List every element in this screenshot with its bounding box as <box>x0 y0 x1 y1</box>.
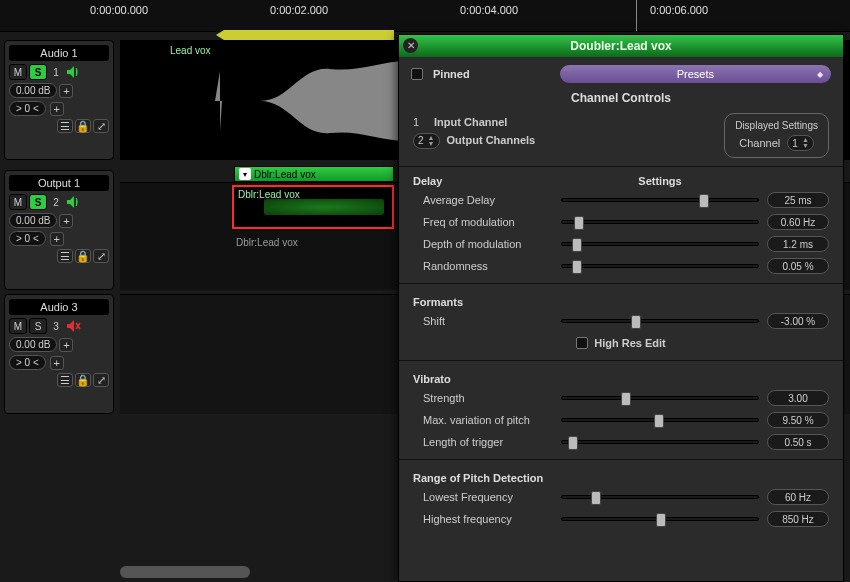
add-button-2[interactable]: + <box>50 232 64 246</box>
add-button[interactable]: + <box>59 214 73 228</box>
close-icon[interactable]: ✕ <box>403 38 418 53</box>
lock-icon[interactable]: 🔒 <box>75 119 91 133</box>
pan-value[interactable]: > 0 < <box>9 101 46 116</box>
track-header-audio3: Audio 3 M S 3 0.00 dB + > 0 < + ☰ 🔒 ⤢ <box>4 294 114 414</box>
channel-number: 3 <box>49 321 63 332</box>
delay-title: Delay <box>413 175 553 187</box>
automation-icon[interactable]: ☰ <box>57 373 73 387</box>
tick-0: 0:00:00.000 <box>90 4 148 16</box>
panel-header[interactable]: ✕ Doubler:Lead vox <box>399 35 843 57</box>
output-channels-stepper[interactable]: 2 ▲▼ <box>413 133 440 149</box>
add-button[interactable]: + <box>59 338 73 352</box>
vibrato-value-2[interactable]: 0.50 s <box>767 434 829 450</box>
vibrato-value-1[interactable]: 9.50 % <box>767 412 829 428</box>
delay-thumb-2[interactable] <box>572 238 582 252</box>
output-channels-label: Output Channels <box>447 134 536 146</box>
delay-value-0[interactable]: 25 ms <box>767 192 829 208</box>
lock-icon[interactable]: 🔒 <box>75 249 91 263</box>
speaker-icon[interactable] <box>65 194 81 210</box>
timeline-ruler[interactable]: 0:00:00.000 0:00:02.000 0:00:04.000 0:00… <box>0 0 850 32</box>
pan-value[interactable]: > 0 < <box>9 355 46 370</box>
output-channels-value: 2 <box>418 132 424 150</box>
vibrato-label-0: Strength <box>413 392 553 404</box>
delay-value-2[interactable]: 1.2 ms <box>767 236 829 252</box>
solo-button[interactable]: S <box>29 318 47 334</box>
vibrato-slider-0[interactable] <box>561 396 759 400</box>
highres-checkbox[interactable] <box>576 337 588 349</box>
mute-button[interactable]: M <box>9 194 27 210</box>
range-thumb-0[interactable] <box>591 491 601 505</box>
formants-value-0[interactable]: -3.00 % <box>767 313 829 329</box>
displayed-channel-stepper[interactable]: 1 ▲▼ <box>787 135 814 151</box>
plugin-panel: ✕ Doubler:Lead vox Pinned Presets Channe… <box>398 34 844 582</box>
gain-value[interactable]: 0.00 dB <box>9 337 57 352</box>
lock-icon[interactable]: 🔒 <box>75 373 91 387</box>
delay-slider-1[interactable] <box>561 220 759 224</box>
playhead[interactable] <box>636 0 637 31</box>
channel-number: 2 <box>49 197 63 208</box>
add-button-2[interactable]: + <box>50 356 64 370</box>
solo-button[interactable]: S <box>29 64 47 80</box>
vibrato-slider-1[interactable] <box>561 418 759 422</box>
track-name[interactable]: Audio 3 <box>9 299 109 315</box>
add-button[interactable]: + <box>59 84 73 98</box>
delay-slider-2[interactable] <box>561 242 759 246</box>
range-slider-1[interactable] <box>561 517 759 521</box>
delay-label-0: Average Delay <box>413 194 553 206</box>
vibrato-row-1: Max. variation of pitch9.50 % <box>413 409 829 431</box>
speaker-muted-icon[interactable] <box>65 318 81 334</box>
horizontal-scrollbar[interactable] <box>120 566 250 578</box>
delay-row-1: Freq of modulation0.60 Hz <box>413 211 829 233</box>
vibrato-value-0[interactable]: 3.00 <box>767 390 829 406</box>
delay-slider-3[interactable] <box>561 264 759 268</box>
vibrato-thumb-1[interactable] <box>654 414 664 428</box>
loop-region[interactable] <box>224 30 394 40</box>
formants-label-0: Shift <box>413 315 553 327</box>
tick-3: 0:00:06.000 <box>650 4 708 16</box>
vibrato-slider-2[interactable] <box>561 440 759 444</box>
range-slider-0[interactable] <box>561 495 759 499</box>
presets-dropdown[interactable]: Presets <box>560 65 831 83</box>
pan-value[interactable]: > 0 < <box>9 231 46 246</box>
vibrato-thumb-2[interactable] <box>568 436 578 450</box>
range-title: Range of Pitch Detection <box>413 472 829 484</box>
speaker-icon[interactable] <box>65 64 81 80</box>
gain-value[interactable]: 0.00 dB <box>9 83 57 98</box>
vibrato-label-2: Length of trigger <box>413 436 553 448</box>
delay-value-1[interactable]: 0.60 Hz <box>767 214 829 230</box>
mute-button[interactable]: M <box>9 64 27 80</box>
solo-button[interactable]: S <box>29 194 47 210</box>
range-thumb-1[interactable] <box>656 513 666 527</box>
gain-value[interactable]: 0.00 dB <box>9 213 57 228</box>
clip-region-a[interactable]: Dblr:Lead vox <box>232 185 394 229</box>
track-name[interactable]: Audio 1 <box>9 45 109 61</box>
formants-slider-0[interactable] <box>561 319 759 323</box>
delay-thumb-0[interactable] <box>699 194 709 208</box>
delay-thumb-3[interactable] <box>572 260 582 274</box>
range-label-1: Highest frequency <box>413 513 553 525</box>
effect-strip[interactable]: ▾ Dblr:Lead vox <box>234 166 394 182</box>
track-name[interactable]: Output 1 <box>9 175 109 191</box>
expand-icon[interactable]: ⤢ <box>93 119 109 133</box>
range-value-0[interactable]: 60 Hz <box>767 489 829 505</box>
mute-button[interactable]: M <box>9 318 27 334</box>
automation-icon[interactable]: ☰ <box>57 249 73 263</box>
panel-title: Doubler:Lead vox <box>570 39 671 53</box>
delay-row-2: Depth of modulation1.2 ms <box>413 233 829 255</box>
automation-icon[interactable]: ☰ <box>57 119 73 133</box>
expand-icon[interactable]: ⤢ <box>93 373 109 387</box>
delay-thumb-1[interactable] <box>574 216 584 230</box>
range-value-1[interactable]: 850 Hz <box>767 511 829 527</box>
add-button-2[interactable]: + <box>50 102 64 116</box>
formants-thumb-0[interactable] <box>631 315 641 329</box>
pinned-checkbox[interactable] <box>411 68 423 80</box>
expand-icon[interactable]: ⤢ <box>93 249 109 263</box>
highres-label: High Res Edit <box>594 337 666 349</box>
vibrato-thumb-0[interactable] <box>621 392 631 406</box>
chevron-down-icon[interactable]: ▾ <box>239 168 251 180</box>
delay-value-3[interactable]: 0.05 % <box>767 258 829 274</box>
subclip-wave <box>264 199 384 215</box>
delay-row-3: Randomness0.05 % <box>413 255 829 277</box>
delay-slider-0[interactable] <box>561 198 759 202</box>
loop-start-icon[interactable] <box>216 30 224 40</box>
